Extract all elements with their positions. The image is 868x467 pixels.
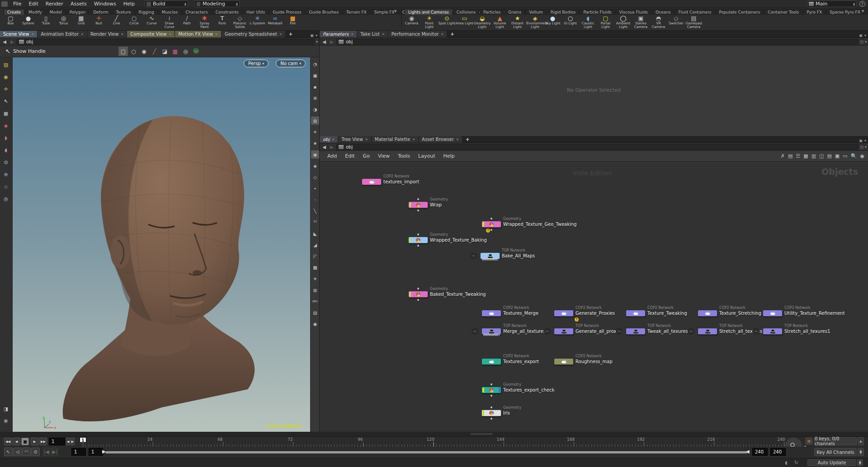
brush-display-icon[interactable]: ◣ bbox=[311, 229, 319, 238]
display-flag[interactable] bbox=[482, 222, 484, 227]
main-desktop-selector[interactable]: Main ▲▼ bbox=[807, 0, 857, 7]
warning-badge-icon[interactable]: ! bbox=[575, 318, 579, 322]
node-utility-texture-refinement[interactable]: COP2 Network Utility_Texture_Refinement bbox=[763, 310, 783, 317]
params-tab-parameters[interactable]: Parameters ✕ bbox=[320, 31, 357, 37]
shelf-tab-vellum[interactable]: Vellum bbox=[525, 9, 546, 15]
spinner-icon[interactable]: ▲▼ bbox=[236, 2, 238, 6]
node-stretch-all-texures[interactable]: − TOP Network Stretch_all_texures bbox=[698, 328, 717, 335]
network-tab-asset-browser[interactable]: Asset Browser ✕ bbox=[419, 136, 462, 143]
shelf-tool-grid[interactable]: ▦ Grid bbox=[72, 15, 90, 25]
recook-icon[interactable]: ↻ bbox=[794, 460, 798, 466]
map-pin-icon[interactable]: ◉ bbox=[311, 320, 319, 328]
current-frame-field[interactable]: 1 bbox=[49, 438, 65, 445]
hook-display-icon[interactable]: ◦ bbox=[311, 196, 319, 204]
muscle-tool-icon[interactable]: ◗ bbox=[1, 133, 10, 142]
tissue-tool-icon[interactable]: ◖ bbox=[1, 145, 10, 154]
params-tab-take-list[interactable]: Take List ✕ bbox=[357, 31, 388, 37]
shelf-tool-caustic-light[interactable]: ◖ Caustic Light bbox=[579, 15, 597, 29]
projection-selector[interactable]: Persp▾ bbox=[244, 60, 269, 67]
close-tab-icon[interactable]: ✕ bbox=[121, 33, 123, 36]
mirror-pose-icon[interactable]: ◎ bbox=[1, 194, 10, 203]
shelf-tool-torus[interactable]: ◎ Torus bbox=[55, 15, 72, 25]
shelf-tool-stereo-camera[interactable]: ▣ Stereo Camera bbox=[632, 15, 650, 29]
pane-maximize-icon[interactable]: ▣ bbox=[859, 139, 863, 143]
scene-tab-render-view[interactable]: Render View ✕ bbox=[87, 31, 127, 37]
range-slider[interactable] bbox=[105, 451, 747, 453]
add-scene-tab-button[interactable]: + bbox=[286, 31, 296, 37]
task-graph-ring-icon[interactable]: − bbox=[616, 328, 623, 335]
back-icon[interactable]: ◀ bbox=[1, 39, 8, 44]
pose-library-icon[interactable]: ⊕ bbox=[1, 170, 10, 179]
key-all-spinner-icon[interactable]: ▲▼ bbox=[858, 448, 864, 456]
output-connector[interactable] bbox=[417, 245, 419, 247]
shelf-tab-modify[interactable]: Modify bbox=[25, 9, 46, 15]
splitter-grip[interactable] bbox=[470, 433, 493, 435]
render-flag[interactable] bbox=[499, 388, 500, 392]
display-flag[interactable] bbox=[482, 388, 484, 392]
node-iris[interactable]: Geometry Iris bbox=[481, 410, 501, 416]
network-menu-layout[interactable]: Layout bbox=[414, 152, 439, 160]
character-picker-icon[interactable]: ⊙ bbox=[1, 158, 10, 167]
go-to-end-button[interactable]: ▶▶ bbox=[39, 438, 47, 445]
shelf-tab-guide-brushes[interactable]: Guide Brushes bbox=[306, 9, 343, 15]
close-tab-icon[interactable]: ✕ bbox=[365, 138, 368, 141]
keys-expand-icon[interactable]: ▲ bbox=[858, 437, 864, 445]
list-mode-icon[interactable]: ☰ bbox=[796, 153, 800, 159]
forward-icon[interactable]: ▶ bbox=[329, 145, 335, 149]
network-tab-tree-view[interactable]: Tree View ✕ bbox=[338, 136, 372, 143]
tool-mode-selector[interactable]: Modeling ▲▼ bbox=[194, 0, 240, 7]
network-box-icon[interactable]: ▭ bbox=[843, 153, 847, 159]
shelf-tool-circle[interactable]: ○ Circle bbox=[125, 15, 143, 25]
jack-icon[interactable]: ✳ bbox=[311, 275, 319, 283]
network-menu-go[interactable]: Go bbox=[359, 152, 374, 160]
scene-tab-composite-view[interactable]: Composite View ✕ bbox=[127, 31, 175, 37]
lock-icon[interactable]: ■ bbox=[1, 109, 10, 118]
shelf-tool-vr-camera[interactable]: ◓ VR Camera bbox=[650, 15, 667, 29]
node-baked-texture-tweaking[interactable]: Geometry Baked_Texture_Tweaking bbox=[408, 291, 428, 298]
node-textures-export[interactable]: COP2 Network Textures_export bbox=[481, 358, 501, 365]
network-menu-add[interactable]: Add bbox=[323, 152, 341, 160]
dropper-icon[interactable]: ╲ bbox=[311, 207, 319, 215]
node-texture-tweaking[interactable]: COP2 Network Texture_Tweaking bbox=[626, 310, 646, 317]
corner-curve-icon[interactable]: ◸ bbox=[311, 252, 319, 260]
horizontal-splitter[interactable] bbox=[0, 432, 868, 436]
visibility-icon[interactable]: ◉ bbox=[860, 153, 864, 159]
menu-render[interactable]: Render bbox=[42, 0, 67, 7]
warning-badge-icon[interactable]: ! bbox=[486, 229, 490, 233]
close-tab-icon[interactable]: ✕ bbox=[31, 33, 34, 36]
shelf-tab-fluid-containers[interactable]: Fluid Containers bbox=[675, 9, 715, 15]
shelf-tool-path[interactable]: ∕ Path bbox=[178, 15, 196, 25]
task-graph-ring-icon[interactable]: − bbox=[470, 252, 477, 259]
layout-boxes-icon[interactable]: ◫ bbox=[819, 153, 824, 159]
laser-select-icon[interactable]: ╱ bbox=[150, 47, 159, 56]
node-wrap[interactable]: Geometry Wrap bbox=[408, 201, 428, 208]
scene-tab-motion-fx-view[interactable]: Motion FX View ✕ bbox=[175, 31, 221, 37]
back-icon[interactable]: ◀ bbox=[321, 145, 327, 149]
close-tab-icon[interactable]: ✕ bbox=[456, 138, 459, 141]
range-end-field[interactable]: 240 bbox=[770, 448, 786, 456]
menu-edit[interactable]: Edit bbox=[25, 0, 42, 7]
audio-toggle[interactable]: ◁ bbox=[13, 448, 22, 456]
range-slider-right-handle[interactable]: ◀ bbox=[746, 449, 750, 454]
input-connector[interactable] bbox=[491, 218, 492, 219]
shelf-tool-null[interactable]: ✛ Null bbox=[90, 15, 108, 25]
point-display-icon[interactable]: • bbox=[311, 184, 319, 192]
find-icon[interactable]: 🔍 bbox=[851, 153, 857, 159]
show-handle-control[interactable]: ↖ Show Handle bbox=[5, 48, 46, 55]
close-tab-icon[interactable]: ✕ bbox=[81, 33, 84, 36]
secure-selection-icon[interactable]: ▨ bbox=[1, 60, 10, 69]
path-menu-icon[interactable]: ▾ bbox=[865, 145, 867, 149]
shelf-tool-volume-light[interactable]: ▲ Volume Light bbox=[491, 15, 509, 29]
background-image-icon[interactable]: ▣ bbox=[835, 153, 840, 159]
shelf-tab-grains[interactable]: Grains bbox=[505, 9, 525, 15]
network-canvas[interactable]: Indie Edition Objects COP2 Network textu… bbox=[320, 164, 868, 432]
shelf-tool-sky-light[interactable]: ● Sky Light bbox=[544, 15, 561, 25]
shelf-tab-guide-process[interactable]: Guide Process bbox=[269, 9, 305, 15]
shelf-tab-sparse-pyro-fx[interactable]: Sparse Pyro FX bbox=[826, 9, 864, 15]
params-tab-performance-monitor[interactable]: Performance Monitor ✕ bbox=[388, 31, 447, 37]
shelf-tool-portal-light[interactable]: ▢ Portal Light bbox=[597, 15, 614, 29]
back-icon[interactable]: ◀ bbox=[321, 39, 327, 44]
shelf-tab-model[interactable]: Model bbox=[46, 9, 66, 15]
close-tab-icon[interactable]: ✕ bbox=[215, 33, 218, 36]
shelf-tool-switcher[interactable]: ◇ Switcher bbox=[667, 15, 685, 25]
